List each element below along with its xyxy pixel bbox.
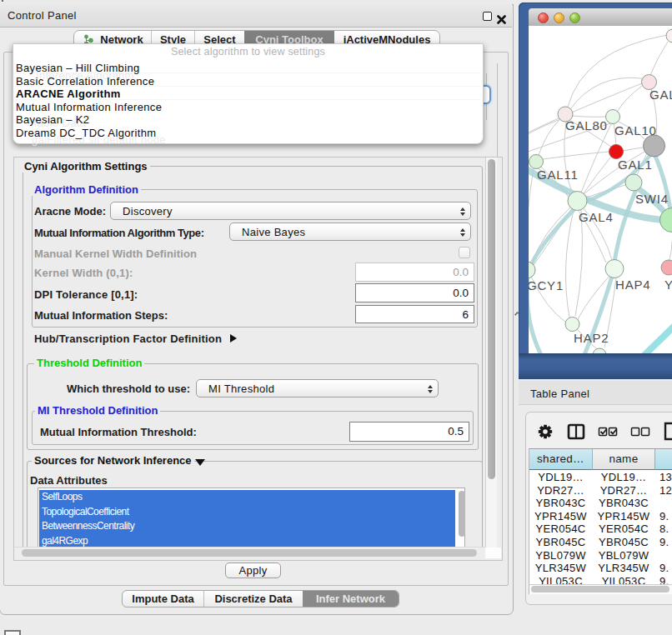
svg-text:YM: YM bbox=[664, 278, 672, 292]
svg-text:HAP4: HAP4 bbox=[615, 278, 650, 292]
svg-text:GAL2: GAL2 bbox=[649, 88, 672, 102]
svg-text:GCY1: GCY1 bbox=[529, 278, 564, 292]
svg-text:GAL11: GAL11 bbox=[537, 168, 579, 182]
svg-text:GAL10: GAL10 bbox=[614, 123, 657, 138]
svg-text:GAL4: GAL4 bbox=[579, 210, 614, 224]
svg-text:GAL80: GAL80 bbox=[565, 118, 608, 132]
svg-text:GAL1: GAL1 bbox=[618, 158, 653, 172]
svg-text:SWI4: SWI4 bbox=[635, 192, 669, 206]
svg-text:HAP2: HAP2 bbox=[574, 331, 609, 345]
